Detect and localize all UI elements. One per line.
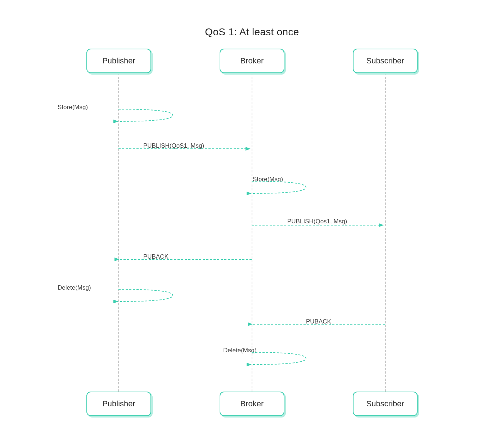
label-puback2: PUBACK — [306, 318, 331, 325]
label-delete2: Delete(Msg) — [223, 347, 257, 354]
label-store2: Store(Msg) — [253, 176, 283, 183]
label-publish1: PUBLISH(QoS1, Msg) — [143, 142, 204, 149]
label-publish2: PUBLISH(Qos1, Msg) — [287, 218, 347, 225]
label-delete1: Delete(Msg) — [58, 284, 91, 291]
diagram-body: Publisher Broker Subscriber Publisher Br… — [54, 49, 450, 416]
broker-box-top: Broker — [220, 49, 284, 73]
lifeline-broker — [252, 73, 252, 392]
label-store1: Store(Msg) — [58, 104, 88, 111]
page-title: QoS 1: At least once — [205, 26, 299, 38]
label-puback1: PUBACK — [143, 253, 168, 260]
publisher-box-top: Publisher — [86, 49, 151, 73]
lifeline-subscriber — [385, 73, 386, 392]
broker-box-bottom: Broker — [220, 392, 284, 416]
publisher-box-bottom: Publisher — [86, 392, 151, 416]
lifeline-publisher — [118, 73, 119, 392]
subscriber-box-top: Subscriber — [353, 49, 418, 73]
subscriber-box-bottom: Subscriber — [353, 392, 418, 416]
